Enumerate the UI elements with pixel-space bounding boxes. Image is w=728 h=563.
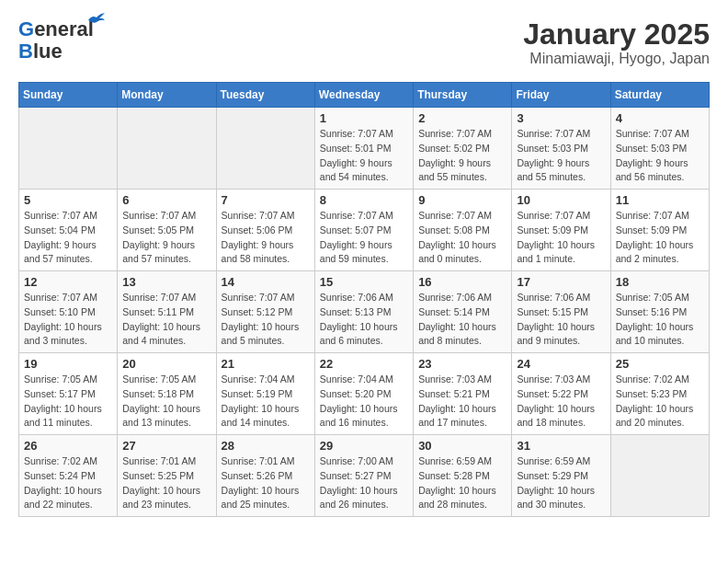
day-number: 24 (517, 357, 605, 371)
day-info: Sunrise: 7:07 AM Sunset: 5:07 PM Dayligh… (320, 209, 408, 267)
calendar-cell: 9Sunrise: 7:07 AM Sunset: 5:08 PM Daylig… (414, 190, 512, 271)
day-info: Sunrise: 6:59 AM Sunset: 5:28 PM Dayligh… (418, 454, 506, 512)
calendar-cell: 23Sunrise: 7:03 AM Sunset: 5:21 PM Dayli… (414, 353, 512, 435)
day-number: 15 (320, 275, 408, 289)
calendar-cell: 2Sunrise: 7:07 AM Sunset: 5:02 PM Daylig… (414, 108, 512, 190)
day-number: 30 (418, 439, 506, 453)
day-info: Sunrise: 7:04 AM Sunset: 5:20 PM Dayligh… (320, 373, 408, 431)
logo-eneral: eneral (34, 17, 94, 40)
day-number: 18 (616, 275, 704, 289)
calendar-cell: 27Sunrise: 7:01 AM Sunset: 5:25 PM Dayli… (118, 435, 216, 517)
day-number: 13 (122, 275, 210, 289)
calendar-cell: 12Sunrise: 7:07 AM Sunset: 5:10 PM Dayli… (19, 271, 118, 353)
day-number: 12 (24, 275, 112, 289)
day-number: 20 (122, 357, 210, 371)
day-header-tuesday: Tuesday (216, 83, 314, 108)
day-info: Sunrise: 7:07 AM Sunset: 5:05 PM Dayligh… (122, 209, 210, 267)
calendar-cell (19, 108, 118, 190)
day-header-monday: Monday (118, 83, 216, 108)
calendar-cell (118, 108, 216, 190)
day-info: Sunrise: 7:02 AM Sunset: 5:24 PM Dayligh… (24, 454, 112, 512)
title-block: January 2025 Minamiawaji, Hyogo, Japan (523, 18, 710, 67)
day-info: Sunrise: 7:07 AM Sunset: 5:02 PM Dayligh… (418, 127, 506, 185)
day-info: Sunrise: 7:07 AM Sunset: 5:03 PM Dayligh… (517, 127, 605, 185)
calendar-cell: 14Sunrise: 7:07 AM Sunset: 5:12 PM Dayli… (216, 271, 314, 353)
calendar-table: SundayMondayTuesdayWednesdayThursdayFrid… (18, 82, 710, 517)
week-row-3: 12Sunrise: 7:07 AM Sunset: 5:10 PM Dayli… (19, 271, 710, 353)
calendar-cell: 21Sunrise: 7:04 AM Sunset: 5:19 PM Dayli… (216, 353, 314, 435)
calendar-cell: 10Sunrise: 7:07 AM Sunset: 5:09 PM Dayli… (512, 190, 610, 271)
day-info: Sunrise: 7:07 AM Sunset: 5:01 PM Dayligh… (320, 127, 408, 185)
calendar-cell: 30Sunrise: 6:59 AM Sunset: 5:28 PM Dayli… (414, 435, 512, 517)
calendar-cell: 8Sunrise: 7:07 AM Sunset: 5:07 PM Daylig… (314, 190, 413, 271)
day-info: Sunrise: 7:07 AM Sunset: 5:11 PM Dayligh… (122, 291, 210, 349)
day-number: 31 (517, 439, 605, 453)
calendar-cell: 29Sunrise: 7:00 AM Sunset: 5:27 PM Dayli… (314, 435, 413, 517)
day-number: 4 (616, 111, 704, 125)
calendar-body: 1Sunrise: 7:07 AM Sunset: 5:01 PM Daylig… (19, 108, 710, 517)
day-number: 29 (320, 439, 408, 453)
week-row-2: 5Sunrise: 7:07 AM Sunset: 5:04 PM Daylig… (19, 190, 710, 271)
calendar-cell: 6Sunrise: 7:07 AM Sunset: 5:05 PM Daylig… (118, 190, 216, 271)
day-number: 27 (122, 439, 210, 453)
day-number: 19 (24, 357, 112, 371)
logo-line1: General (18, 18, 94, 40)
calendar-subtitle: Minamiawaji, Hyogo, Japan (523, 51, 710, 67)
day-info: Sunrise: 7:03 AM Sunset: 5:22 PM Dayligh… (517, 373, 605, 431)
calendar-cell: 28Sunrise: 7:01 AM Sunset: 5:26 PM Dayli… (216, 435, 314, 517)
day-info: Sunrise: 7:05 AM Sunset: 5:16 PM Dayligh… (616, 291, 704, 349)
day-info: Sunrise: 7:03 AM Sunset: 5:21 PM Dayligh… (418, 373, 506, 431)
day-number: 1 (320, 111, 408, 125)
day-info: Sunrise: 7:01 AM Sunset: 5:25 PM Dayligh… (122, 454, 210, 512)
day-info: Sunrise: 7:07 AM Sunset: 5:09 PM Dayligh… (517, 209, 605, 267)
logo-lue: lue (33, 40, 63, 63)
calendar-cell: 20Sunrise: 7:05 AM Sunset: 5:18 PM Dayli… (118, 353, 216, 435)
calendar-cell: 31Sunrise: 6:59 AM Sunset: 5:29 PM Dayli… (512, 435, 610, 517)
day-number: 21 (222, 357, 310, 371)
calendar-cell: 1Sunrise: 7:07 AM Sunset: 5:01 PM Daylig… (314, 108, 413, 190)
calendar-cell: 18Sunrise: 7:05 AM Sunset: 5:16 PM Dayli… (610, 271, 709, 353)
day-number: 16 (418, 275, 506, 289)
day-number: 5 (24, 193, 112, 207)
day-info: Sunrise: 7:07 AM Sunset: 5:12 PM Dayligh… (222, 291, 310, 349)
day-header-thursday: Thursday (414, 83, 512, 108)
calendar-cell: 3Sunrise: 7:07 AM Sunset: 5:03 PM Daylig… (512, 108, 610, 190)
day-number: 14 (222, 275, 310, 289)
day-info: Sunrise: 7:07 AM Sunset: 5:08 PM Dayligh… (418, 209, 506, 267)
calendar-header: SundayMondayTuesdayWednesdayThursdayFrid… (19, 83, 710, 108)
day-number: 25 (616, 357, 704, 371)
week-row-1: 1Sunrise: 7:07 AM Sunset: 5:01 PM Daylig… (19, 108, 710, 190)
day-number: 26 (24, 439, 112, 453)
day-number: 10 (517, 193, 605, 207)
day-info: Sunrise: 6:59 AM Sunset: 5:29 PM Dayligh… (517, 454, 605, 512)
day-number: 9 (418, 193, 506, 207)
day-info: Sunrise: 7:04 AM Sunset: 5:19 PM Dayligh… (222, 373, 310, 431)
calendar-cell: 24Sunrise: 7:03 AM Sunset: 5:22 PM Dayli… (512, 353, 610, 435)
day-info: Sunrise: 7:07 AM Sunset: 5:03 PM Dayligh… (616, 127, 704, 185)
logo: General Blue (18, 18, 94, 63)
calendar-cell: 25Sunrise: 7:02 AM Sunset: 5:23 PM Dayli… (610, 353, 709, 435)
day-number: 2 (418, 111, 506, 125)
page-header: General Blue January 2025 Minamiawaji, H… (18, 18, 710, 67)
day-number: 23 (418, 357, 506, 371)
day-info: Sunrise: 7:07 AM Sunset: 5:10 PM Dayligh… (24, 291, 112, 349)
day-number: 22 (320, 357, 408, 371)
calendar-cell: 4Sunrise: 7:07 AM Sunset: 5:03 PM Daylig… (610, 108, 709, 190)
day-header-wednesday: Wednesday (314, 83, 413, 108)
day-info: Sunrise: 7:01 AM Sunset: 5:26 PM Dayligh… (222, 454, 310, 512)
calendar-title: January 2025 (523, 18, 710, 51)
day-number: 17 (517, 275, 605, 289)
day-info: Sunrise: 7:07 AM Sunset: 5:09 PM Dayligh… (616, 209, 704, 267)
day-number: 11 (616, 193, 704, 207)
calendar-cell: 15Sunrise: 7:06 AM Sunset: 5:13 PM Dayli… (314, 271, 413, 353)
calendar-cell (610, 435, 709, 517)
calendar-cell: 16Sunrise: 7:06 AM Sunset: 5:14 PM Dayli… (414, 271, 512, 353)
day-info: Sunrise: 7:07 AM Sunset: 5:04 PM Dayligh… (24, 209, 112, 267)
week-row-4: 19Sunrise: 7:05 AM Sunset: 5:17 PM Dayli… (19, 353, 710, 435)
day-info: Sunrise: 7:00 AM Sunset: 5:27 PM Dayligh… (320, 454, 408, 512)
day-info: Sunrise: 7:07 AM Sunset: 5:06 PM Dayligh… (222, 209, 310, 267)
logo-line2: Blue (18, 40, 94, 63)
day-info: Sunrise: 7:06 AM Sunset: 5:15 PM Dayligh… (517, 291, 605, 349)
day-info: Sunrise: 7:06 AM Sunset: 5:14 PM Dayligh… (418, 291, 506, 349)
day-info: Sunrise: 7:05 AM Sunset: 5:18 PM Dayligh… (122, 373, 210, 431)
